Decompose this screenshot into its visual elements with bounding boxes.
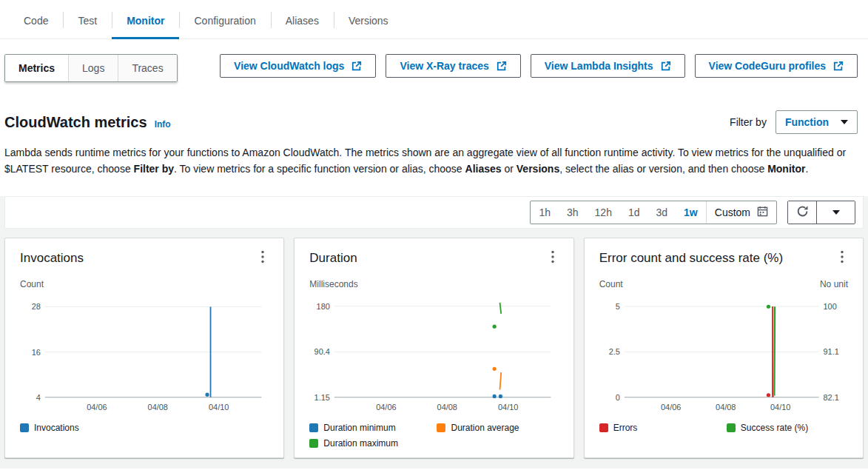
time-range-toolbar: 1h 3h 12h 1d 3d 1w Custom xyxy=(4,196,864,229)
refresh-options-dropdown[interactable] xyxy=(816,201,855,224)
tab-versions[interactable]: Versions xyxy=(334,0,403,38)
legend-item-duration-minimum[interactable]: Duration minimum xyxy=(309,423,431,433)
monitor-view-tabs: Metrics Logs Traces xyxy=(4,54,178,82)
svg-text:04/06: 04/06 xyxy=(661,403,681,412)
tab-code[interactable]: Code xyxy=(9,0,63,38)
invocations-chart-card: Invocations Count 2816404/0604/0804/10 I… xyxy=(4,238,284,458)
subtab-metrics[interactable]: Metrics xyxy=(5,55,68,81)
external-link-icon xyxy=(661,61,671,71)
external-view-buttons: View CloudWatch logs View X-Ray traces V… xyxy=(220,54,864,78)
y-axis-unit-label: Count xyxy=(599,279,623,289)
legend-item-invocations[interactable]: Invocations xyxy=(20,423,141,433)
svg-text:04/08: 04/08 xyxy=(148,403,168,412)
legend-label: Duration minimum xyxy=(323,423,395,433)
legend-swatch xyxy=(20,423,29,432)
svg-text:16: 16 xyxy=(32,348,41,357)
tab-monitor[interactable]: Monitor xyxy=(112,0,179,38)
legend-item-duration-average[interactable]: Duration average xyxy=(437,423,558,433)
chart-title: Invocations xyxy=(20,251,84,266)
duration-plot: 18090.41.1504/0604/0804/10 xyxy=(309,292,558,417)
legend-swatch xyxy=(599,423,608,432)
legend-item-duration-maximum[interactable]: Duration maximum xyxy=(309,438,431,449)
kebab-menu-icon[interactable] xyxy=(257,249,269,267)
external-link-icon xyxy=(833,61,844,71)
custom-range-button[interactable]: Custom xyxy=(706,201,776,224)
time-option-1h[interactable]: 1h xyxy=(531,201,559,224)
filter-dropdown[interactable]: Function xyxy=(776,110,858,134)
svg-text:04/06: 04/06 xyxy=(87,403,107,412)
metric-cards-row: Invocations Count 2816404/0604/0804/10 I… xyxy=(4,238,864,458)
subtab-logs[interactable]: Logs xyxy=(68,55,118,81)
charts-section: 1h 3h 12h 1d 3d 1w Custom xyxy=(0,196,868,469)
legend-swatch xyxy=(309,439,318,448)
button-label: View Lambda Insights xyxy=(545,60,653,72)
duration-chart-card: Duration Milliseconds 18090.41.1504/0604… xyxy=(294,238,573,458)
error-success-chart-card: Error count and success rate (%) Count N… xyxy=(584,238,864,458)
y-axis-right-unit-label: No unit xyxy=(820,279,848,289)
time-option-1d[interactable]: 1d xyxy=(620,201,648,224)
tab-aliases[interactable]: Aliases xyxy=(271,0,334,38)
legend-label: Duration maximum xyxy=(323,438,398,449)
view-codeguru-profiles-button[interactable]: View CodeGuru profiles xyxy=(695,54,858,78)
function-tab-bar: Code Test Monitor Configuration Aliases … xyxy=(0,0,868,39)
external-link-icon xyxy=(351,61,362,71)
invocations-plot: 2816404/0604/0804/10 xyxy=(20,292,269,417)
chevron-down-icon xyxy=(832,210,840,215)
svg-text:100: 100 xyxy=(823,302,836,311)
legend-swatch xyxy=(727,423,736,432)
chart-title: Duration xyxy=(309,251,357,266)
refresh-icon xyxy=(796,205,809,220)
time-option-3d[interactable]: 3d xyxy=(648,201,676,224)
time-range-selector: 1h 3h 12h 1d 3d 1w Custom xyxy=(530,201,777,224)
svg-text:82.1: 82.1 xyxy=(823,393,838,402)
metrics-header: CloudWatch metrics Info Filter by Functi… xyxy=(4,110,864,134)
tab-test[interactable]: Test xyxy=(63,0,112,38)
svg-text:180: 180 xyxy=(317,302,330,311)
svg-text:04/10: 04/10 xyxy=(498,403,518,412)
external-link-icon xyxy=(497,61,507,71)
svg-text:90.4: 90.4 xyxy=(314,347,330,356)
legend-swatch xyxy=(437,423,445,432)
view-lambda-insights-button[interactable]: View Lambda Insights xyxy=(531,54,685,78)
chart-legend: Invocations xyxy=(20,423,269,433)
legend-item-success-rate[interactable]: Success rate (%) xyxy=(727,423,848,433)
page-title: CloudWatch metrics xyxy=(4,114,147,131)
time-option-3h[interactable]: 3h xyxy=(559,201,587,224)
time-option-12h[interactable]: 12h xyxy=(587,201,620,224)
chart-title: Error count and success rate (%) xyxy=(599,251,783,266)
button-label: View CloudWatch logs xyxy=(234,60,344,72)
monitor-toolbar-row: Metrics Logs Traces View CloudWatch logs… xyxy=(4,54,864,82)
chart-legend: Errors Success rate (%) xyxy=(599,423,848,433)
view-cloudwatch-logs-button[interactable]: View CloudWatch logs xyxy=(220,54,376,78)
svg-text:04/08: 04/08 xyxy=(437,403,457,412)
info-link[interactable]: Info xyxy=(155,119,171,130)
filter-by-label: Filter by xyxy=(730,116,767,128)
refresh-split-button xyxy=(787,201,855,224)
svg-text:91.1: 91.1 xyxy=(823,347,838,356)
legend-label: Errors xyxy=(613,423,638,433)
kebab-menu-icon[interactable] xyxy=(547,249,559,267)
error-success-plot: 52.5010091.182.104/0604/0804/10 xyxy=(599,292,848,417)
legend-label: Duration average xyxy=(451,423,519,433)
refresh-button[interactable] xyxy=(788,201,816,224)
svg-text:04/10: 04/10 xyxy=(209,403,229,412)
svg-text:04/10: 04/10 xyxy=(770,403,790,412)
svg-text:28: 28 xyxy=(32,303,41,312)
filter-value: Function xyxy=(785,116,829,128)
tab-configuration[interactable]: Configuration xyxy=(179,0,270,38)
svg-text:5: 5 xyxy=(615,302,619,311)
legend-label: Invocations xyxy=(34,423,79,433)
button-label: View X-Ray traces xyxy=(400,60,488,72)
svg-text:4: 4 xyxy=(36,393,41,402)
subtab-traces[interactable]: Traces xyxy=(118,55,176,81)
svg-text:1.15: 1.15 xyxy=(314,393,330,402)
custom-label: Custom xyxy=(715,207,750,218)
monitor-panel: Metrics Logs Traces View CloudWatch logs… xyxy=(0,39,868,469)
time-option-1w[interactable]: 1w xyxy=(676,201,706,224)
legend-label: Success rate (%) xyxy=(741,423,808,433)
kebab-menu-icon[interactable] xyxy=(836,249,848,267)
description: Lambda sends runtime metrics for your fu… xyxy=(4,144,848,177)
legend-item-errors[interactable]: Errors xyxy=(599,423,721,433)
legend-swatch xyxy=(309,423,318,432)
view-xray-traces-button[interactable]: View X-Ray traces xyxy=(386,54,520,78)
